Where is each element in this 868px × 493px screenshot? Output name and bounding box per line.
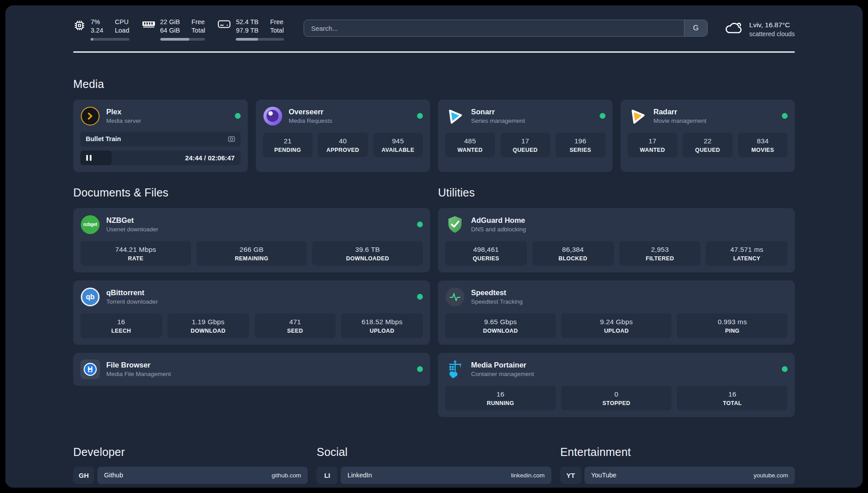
stat-box-queued: 17QUEUED <box>501 133 551 157</box>
status-dot <box>782 366 788 372</box>
app-card-overseerr[interactable]: Overseerr Media Requests 21PENDING 40APP… <box>256 100 430 172</box>
ram-icon <box>142 19 155 29</box>
app-card-speedtest[interactable]: Speedtest Speedtest Tracking 9.65 GbpsDO… <box>438 280 795 345</box>
link-name: YouTube <box>591 472 617 479</box>
status-dot <box>417 221 423 227</box>
app-subtitle: Media server <box>106 117 141 124</box>
status-dot <box>235 113 241 119</box>
cpu-icon <box>73 19 86 32</box>
weather-condition: scattered clouds <box>749 30 795 38</box>
cpu-load: 3.24 <box>91 26 103 35</box>
stat-box-download: 1.19 GbpsDOWNLOAD <box>167 313 249 338</box>
link-url: youtube.com <box>754 472 788 479</box>
stat-box-approved: 40APPROVED <box>318 133 368 157</box>
app-subtitle: Container management <box>471 371 534 377</box>
disk-total: 97.9 TB <box>236 26 259 35</box>
utilities-column: Utilities <box>438 186 795 417</box>
stat-box-filtered: 2,953FILTERED <box>619 241 701 266</box>
section-title-social: Social <box>317 446 551 459</box>
app-subtitle: Series management <box>471 117 525 124</box>
link-name: Github <box>104 472 123 479</box>
link-row-linkedin[interactable]: LI LinkedInlinkedin.com <box>317 467 551 484</box>
search-bar[interactable]: G <box>304 20 708 37</box>
stat-grid: 17WANTED 22QUEUED 834MOVIES <box>628 133 788 157</box>
cpu-labels: CPU Load <box>115 18 129 35</box>
app-card-filebrowser[interactable]: File Browser Media File Management <box>73 353 430 386</box>
media-card-grid: Plex Media server Bullet Train 24:44 / 0… <box>73 100 795 172</box>
nzbget-icon: nzbget <box>80 215 100 234</box>
ram-free: 22 GiB <box>160 18 180 26</box>
app-card-qbittorrent[interactable]: qb qBittorrent Torrent downloader 16LEEC… <box>73 280 430 345</box>
link-row-github[interactable]: GH Githubgithub.com <box>73 467 308 484</box>
section-title-utilities: Utilities <box>438 186 795 199</box>
ram-total: 64 GiB <box>160 26 180 35</box>
header-divider <box>73 51 795 53</box>
stat-grid: 21PENDING 40APPROVED 945AVAILABLE <box>263 133 423 157</box>
cpu-values: 7% 3.24 <box>91 18 103 35</box>
status-dot <box>417 366 423 372</box>
app-card-plex[interactable]: Plex Media server Bullet Train 24:44 / 0… <box>73 100 248 172</box>
app-subtitle: Torrent downloader <box>106 298 158 305</box>
stat-box-queued: 22QUEUED <box>683 133 733 157</box>
link-tag: GH <box>73 467 94 484</box>
sonarr-icon <box>445 106 465 126</box>
stat-grid: 744.21 MbpsRATE 266 GBREMAINING 39.6 TBD… <box>80 241 423 266</box>
weather-widget: Lviv, 16.87°C scattered clouds <box>724 21 795 38</box>
weather-location-temp: Lviv, 16.87°C <box>749 21 795 30</box>
cpu-usage: 7% <box>91 18 103 26</box>
app-card-adguard[interactable]: AdGuard Home DNS and adblocking 498,461Q… <box>438 208 795 272</box>
link-url: linkedin.com <box>511 472 545 479</box>
section-title-developer: Developer <box>73 446 308 459</box>
portainer-icon <box>445 359 465 379</box>
app-name: qBittorrent <box>106 288 158 297</box>
stat-box-available: 945AVAILABLE <box>373 133 423 157</box>
stat-box-running: 16RUNNING <box>445 386 556 410</box>
app-name: File Browser <box>106 361 171 369</box>
ram-stat-widget: 22 GiB 64 GiB Free Total <box>142 18 205 41</box>
disk-stat-widget: 52.4 TB 97.9 TB Free Total <box>217 18 284 41</box>
ram-labels: Free Total <box>192 18 205 35</box>
camera-icon[interactable] <box>228 135 235 143</box>
app-card-nzbget[interactable]: nzbget NZBGet Usenet downloader 744.21 M… <box>73 208 430 272</box>
status-dot <box>417 294 423 300</box>
app-card-radarr[interactable]: Radarr Movie management 17WANTED 22QUEUE… <box>621 100 795 172</box>
stat-box-rate: 744.21 MbpsRATE <box>80 241 191 266</box>
radarr-icon <box>628 106 647 126</box>
top-bar: 7% 3.24 CPU Load <box>73 5 795 41</box>
app-subtitle: Usenet downloader <box>106 226 158 233</box>
link-url: github.com <box>271 472 301 479</box>
app-card-portainer[interactable]: Media Portainer Container management 16R… <box>438 353 795 417</box>
status-dot <box>782 113 788 119</box>
playback-progress-bar[interactable]: 24:44 / 02:06:47 <box>80 150 241 165</box>
disk-icon <box>217 19 231 29</box>
app-subtitle: Media Requests <box>289 117 333 124</box>
app-name: Media Portainer <box>471 361 534 369</box>
app-card-sonarr[interactable]: Sonarr Series management 485WANTED 17QUE… <box>438 100 613 172</box>
search-input[interactable] <box>304 20 684 36</box>
cpu-progress-bar <box>91 38 129 41</box>
link-tag: YT <box>560 467 581 484</box>
search-engine-button[interactable]: G <box>684 20 707 36</box>
now-playing-row: Bullet Train <box>80 132 241 146</box>
stat-box-wanted: 485WANTED <box>445 133 495 157</box>
stat-box-movies: 834MOVIES <box>738 133 788 157</box>
stat-box-seed: 471SEED <box>255 313 336 338</box>
disk-values: 52.4 TB 97.9 TB <box>236 18 259 35</box>
stat-box-queries: 498,461QUERIES <box>445 241 527 266</box>
app-name: Sonarr <box>471 108 525 116</box>
screen-frame: 7% 3.24 CPU Load <box>0 0 868 493</box>
stat-grid: 498,461QUERIES 86,384BLOCKED 2,953FILTER… <box>445 241 788 266</box>
playback-time: 24:44 / 02:06:47 <box>185 154 235 162</box>
stat-box-download: 9.65 GbpsDOWNLOAD <box>445 313 556 338</box>
pause-icon[interactable] <box>86 155 92 161</box>
stat-grid: 16LEECH 1.19 GbpsDOWNLOAD 471SEED 618.52… <box>80 313 423 338</box>
speedtest-icon <box>445 287 465 307</box>
stat-grid: 16RUNNING 0STOPPED 16TOTAL <box>445 386 788 410</box>
status-dot <box>600 113 605 119</box>
link-name: LinkedIn <box>347 472 372 479</box>
stat-box-leech: 16LEECH <box>80 313 162 338</box>
social-section: Social LI LinkedInlinkedin.com TW Twitte… <box>317 446 551 488</box>
cloud-icon <box>724 21 743 38</box>
link-row-youtube[interactable]: YT YouTubeyoutube.com <box>560 467 795 484</box>
app-subtitle: Media File Management <box>106 371 171 377</box>
